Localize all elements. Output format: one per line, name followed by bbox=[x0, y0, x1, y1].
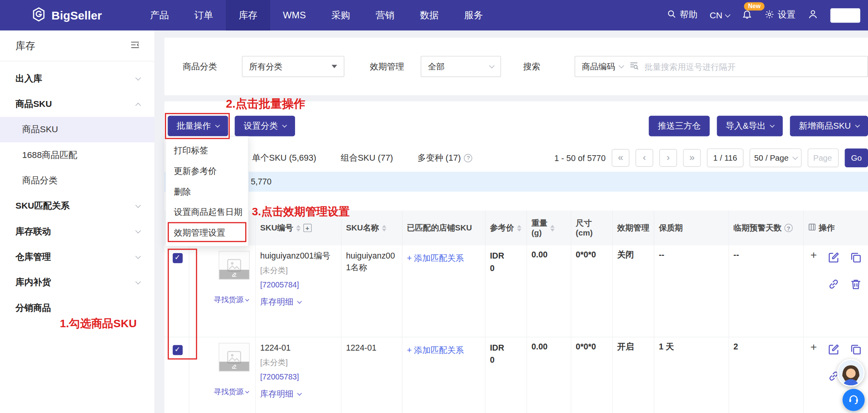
header-ref-price: 参考价 bbox=[486, 211, 527, 245]
menu-item-set-sale-date[interactable]: 设置商品起售日期 bbox=[166, 202, 248, 222]
annotation-step2: 2.点击批量操作 bbox=[226, 96, 305, 112]
help-tooltip-icon[interactable] bbox=[785, 224, 793, 232]
settings-label: 设置 bbox=[778, 9, 795, 21]
sidebar-item-sku-match[interactable]: SKU匹配关系 bbox=[0, 193, 154, 219]
nav-item-data[interactable]: 数据 bbox=[407, 0, 452, 30]
find-supplier-link[interactable]: 寻找货源 bbox=[214, 295, 248, 305]
first-page-button[interactable] bbox=[612, 149, 629, 167]
sort-icon[interactable] bbox=[296, 225, 300, 231]
user-account-button[interactable] bbox=[808, 9, 818, 22]
push-3pl-button[interactable]: 推送三方仓 bbox=[649, 116, 710, 136]
search-input[interactable] bbox=[644, 62, 861, 71]
column-config-icon[interactable] bbox=[808, 223, 816, 232]
sort-icon[interactable] bbox=[382, 225, 386, 231]
page-size-select[interactable]: 50 / Page bbox=[750, 149, 802, 167]
row-checkbox-checked[interactable] bbox=[173, 253, 183, 263]
sidebar-item-replenish[interactable]: 库内补货 bbox=[0, 270, 154, 295]
page-jump-input[interactable] bbox=[808, 149, 839, 167]
sku-id-link[interactable]: [72005783] bbox=[260, 372, 337, 381]
prev-page-button[interactable] bbox=[635, 149, 653, 167]
add-match-link[interactable]: + 添加匹配关系 bbox=[407, 345, 481, 356]
sidebar-item-stock-link[interactable]: 库存联动 bbox=[0, 219, 154, 244]
sidebar-menu: 出入库 商品SKU 商品SKU 1688商品匹配 商品分类 SKU匹配关系 库存… bbox=[0, 62, 154, 321]
bulk-actions-button[interactable]: 批量操作 bbox=[168, 116, 228, 136]
bigseller-logo[interactable]: BigSeller bbox=[31, 6, 102, 24]
stock-detail-link[interactable]: 库存明细 bbox=[260, 297, 337, 307]
nav-item-orders[interactable]: 订单 bbox=[182, 0, 226, 30]
notifications-button[interactable]: New bbox=[742, 9, 752, 22]
price-value: 0 bbox=[490, 354, 522, 366]
nav-item-marketing[interactable]: 营销 bbox=[363, 0, 407, 30]
tab-combo-sku[interactable]: 组合SKU (77) bbox=[341, 152, 393, 164]
menu-item-delete[interactable]: 删除 bbox=[166, 181, 248, 202]
sidebar-item-sku-group[interactable]: 商品SKU bbox=[0, 91, 154, 117]
sort-icon[interactable] bbox=[550, 225, 555, 231]
sidebar-item-warehouse[interactable]: 仓库管理 bbox=[0, 244, 154, 269]
add-icon[interactable] bbox=[810, 249, 817, 262]
expiry-filter-select[interactable]: 全部 bbox=[421, 56, 501, 77]
help-tooltip-icon[interactable] bbox=[464, 154, 472, 162]
import-export-button[interactable]: 导入&导出 bbox=[717, 116, 783, 136]
add-match-link[interactable]: + 添加匹配关系 bbox=[407, 253, 481, 264]
support-agent-avatar[interactable] bbox=[837, 359, 864, 386]
sku-id-link[interactable]: [72005784] bbox=[260, 280, 337, 289]
tab-single-sku[interactable]: 单个SKU (5,693) bbox=[252, 152, 316, 164]
sidebar-item-1688-match[interactable]: 1688商品匹配 bbox=[0, 142, 154, 168]
stock-detail-link[interactable]: 库存明细 bbox=[260, 389, 337, 399]
actions-cell bbox=[804, 245, 868, 337]
search-field-select[interactable]: 商品编码 bbox=[582, 61, 624, 72]
annotation-step3: 3.点击效期管理设置 bbox=[252, 204, 350, 219]
product-image-placeholder[interactable] bbox=[219, 343, 250, 372]
product-image-placeholder[interactable] bbox=[219, 251, 250, 280]
sidebar-item-category[interactable]: 商品分类 bbox=[0, 168, 154, 193]
nav-item-inventory[interactable]: 库存 bbox=[226, 0, 270, 30]
shelf-life-value: 1 天 bbox=[654, 337, 729, 413]
nav-item-products[interactable]: 产品 bbox=[137, 0, 182, 30]
copy-icon[interactable] bbox=[849, 343, 863, 356]
toolbar-right: 推送三方仓 导入&导出 新增商品SKU bbox=[649, 116, 868, 136]
sidebar-item-sku[interactable]: 商品SKU bbox=[0, 117, 154, 142]
add-sku-button[interactable]: 新增商品SKU bbox=[790, 116, 868, 136]
new-badge: New bbox=[744, 2, 764, 11]
sidebar-item-inout[interactable]: 出入库 bbox=[0, 66, 154, 91]
help-button[interactable]: 帮助 bbox=[667, 9, 697, 21]
settings-button[interactable]: 设置 bbox=[764, 9, 796, 21]
menu-item-expiry-settings[interactable]: 效期管理设置 bbox=[166, 222, 248, 243]
price-currency: IDR bbox=[490, 250, 522, 262]
find-supplier-link[interactable]: 寻找货源 bbox=[214, 387, 248, 397]
edit-image-icon[interactable] bbox=[219, 362, 249, 371]
row-checkbox-checked[interactable] bbox=[173, 345, 183, 355]
nav-item-purchase[interactable]: 采购 bbox=[319, 0, 363, 30]
go-button[interactable]: Go bbox=[845, 149, 868, 167]
chevron-down-icon bbox=[135, 279, 141, 284]
edit-icon[interactable] bbox=[827, 343, 840, 356]
menu-item-print-label[interactable]: 打印标签 bbox=[166, 140, 248, 161]
collapse-sidebar-icon[interactable] bbox=[130, 40, 140, 52]
sku-name: huiguiyanz001名称 bbox=[346, 250, 398, 273]
set-category-button[interactable]: 设置分类 bbox=[235, 116, 295, 136]
expand-column-icon[interactable] bbox=[303, 224, 311, 232]
next-page-button[interactable] bbox=[659, 149, 677, 167]
table-row: 寻找货源 huiguiyanz001编号 [未分类] [72005784] 库存… bbox=[164, 245, 868, 337]
last-page-button[interactable] bbox=[683, 149, 701, 167]
edit-icon[interactable] bbox=[827, 251, 840, 264]
warning-days-value: 2 bbox=[729, 337, 804, 413]
live-chat-button[interactable] bbox=[843, 389, 865, 411]
sku-category: [未分类] bbox=[260, 358, 337, 368]
header-warning-days: 临期预警天数 bbox=[729, 211, 804, 245]
tab-multi-variant[interactable]: 多变种 (17) bbox=[417, 152, 472, 164]
main-area: 商品分类 所有分类 效期管理 全部 搜索 商品编码 bbox=[155, 30, 868, 413]
link-icon[interactable] bbox=[827, 278, 840, 291]
copy-icon[interactable] bbox=[849, 251, 863, 264]
category-filter-select[interactable]: 所有分类 bbox=[242, 56, 345, 77]
sort-icon[interactable] bbox=[517, 225, 521, 231]
help-label: 帮助 bbox=[680, 9, 697, 21]
edit-image-icon[interactable] bbox=[219, 270, 249, 279]
sku-name: 1224-01 bbox=[346, 342, 398, 353]
nav-item-wms[interactable]: WMS bbox=[270, 0, 318, 30]
nav-item-service[interactable]: 服务 bbox=[451, 0, 496, 30]
delete-icon[interactable] bbox=[849, 278, 863, 291]
menu-item-update-price[interactable]: 更新参考价 bbox=[166, 161, 248, 181]
add-icon[interactable] bbox=[810, 340, 817, 353]
language-selector[interactable]: CN bbox=[710, 10, 730, 20]
